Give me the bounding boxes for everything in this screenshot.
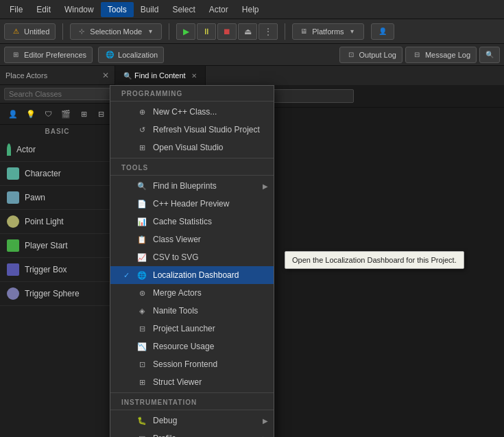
class-viewer-label: Class Viewer — [153, 235, 201, 244]
localization-btn[interactable]: 🌐 Localization — [98, 47, 164, 63]
project-launcher-label: Project Launcher — [153, 324, 215, 333]
eject-button[interactable]: ⏏ — [238, 23, 257, 40]
sidebar-item-player-start[interactable]: Player Start — [0, 234, 115, 258]
trigger-box-label: Trigger Box — [25, 265, 67, 274]
programming-section-header: PROGRAMMING — [110, 86, 274, 99]
sidebar-title: Place Actors — [5, 71, 47, 80]
editor-prefs-btn[interactable]: ⊞ Editor Preferences — [4, 47, 93, 63]
main-toolbar: ⚠ Untitled ⊹ Selection Mode ▾ ▶ ⏸ ⏹ ⏏ ⋮ … — [0, 19, 504, 44]
localization-dash-icon: 🌐 — [136, 270, 147, 281]
find-refs-tab[interactable]: 🔍 Find in Content ✕ — [115, 66, 206, 85]
new-cpp-label: New C++ Class... — [153, 107, 217, 117]
csv-to-svg-item[interactable]: 📈 CSV to SVG — [110, 248, 274, 266]
filter-icon-4[interactable]: 🎬 — [58, 106, 73, 121]
nanite-tools-label: Nanite Tools — [153, 306, 198, 316]
place-actors-panel: Place Actors ✕ 👤 💡 🛡 🎬 ⊞ ⊟ BASIC Actor C… — [0, 66, 115, 437]
sidebar-item-trigger-sphere[interactable]: Trigger Sphere — [0, 282, 115, 306]
pause-button[interactable]: ⏸ — [197, 23, 216, 40]
debug-item[interactable]: 🐛 Debug ▶ — [110, 412, 274, 429]
menu-help[interactable]: Help — [235, 2, 266, 17]
localization-icon: 🌐 — [104, 49, 115, 60]
sidebar-search-area — [0, 85, 115, 104]
filter-icon-5[interactable]: ⊞ — [76, 106, 91, 121]
new-cpp-item[interactable]: ⊕ New C++ Class... — [110, 103, 274, 121]
editor-prefs-label: Editor Preferences — [24, 51, 86, 59]
open-vs-item[interactable]: ⊞ Open Visual Studio — [110, 139, 274, 156]
filter-icon-6[interactable]: ⊟ — [94, 106, 109, 121]
project-name-btn[interactable]: ⚠ Untitled — [4, 23, 56, 40]
panel-tab-bar: 🔍 Find in Content ✕ — [115, 66, 504, 85]
resource-usage-item[interactable]: 📉 Resource Usage — [110, 338, 274, 355]
toolbar-divider-1 — [62, 23, 63, 40]
check-icon: ✓ — [121, 270, 131, 280]
sep-instr-top — [110, 392, 274, 393]
sidebar-header: Place Actors ✕ — [0, 66, 115, 85]
session-frontend-item[interactable]: ⊡ Session Frontend — [110, 355, 274, 373]
actor-icon — [7, 143, 11, 156]
search-classes-input[interactable] — [4, 88, 110, 100]
sidebar-filter-icons: 👤 💡 🛡 🎬 ⊞ ⊟ — [0, 104, 115, 125]
nanite-tools-item[interactable]: ◈ Nanite Tools — [110, 302, 274, 320]
debug-arrow-icon: ▶ — [263, 417, 268, 425]
platforms-btn[interactable]: 🖥 Platforms ▾ — [292, 23, 363, 40]
sidebar-item-trigger-box[interactable]: Trigger Box — [0, 258, 115, 282]
message-log-btn[interactable]: ⊟ Message Log — [405, 47, 477, 63]
stop-button[interactable]: ⏹ — [217, 23, 237, 40]
menu-file[interactable]: File — [3, 2, 29, 17]
debug-icon: 🐛 — [136, 415, 147, 426]
resource-usage-label: Resource Usage — [153, 342, 214, 351]
resource-usage-icon: 📉 — [136, 341, 147, 352]
filter-icon-2[interactable]: 💡 — [23, 106, 38, 121]
struct-viewer-icon: ⊞ — [136, 377, 147, 388]
cpp-header-icon: 📄 — [136, 198, 147, 209]
tooltip-localization: Open the Localization Dashboard for this… — [285, 251, 464, 269]
toolbar-divider-3 — [285, 23, 285, 40]
trigger-sphere-label: Trigger Sphere — [25, 289, 80, 298]
session-frontend-label: Session Frontend — [153, 359, 217, 369]
project-name-label: Untitled — [24, 27, 49, 36]
message-log-label: Message Log — [425, 51, 470, 59]
menu-tools[interactable]: Tools — [101, 2, 134, 17]
sidebar-item-actor[interactable]: Actor — [0, 138, 115, 162]
sidebar-item-character[interactable]: Character — [0, 162, 115, 186]
more-options-button[interactable]: ⋮ — [259, 23, 278, 40]
menu-edit[interactable]: Edit — [29, 2, 58, 17]
cache-stats-item[interactable]: 📊 Cache Statistics — [110, 213, 274, 231]
refresh-vs-icon: ↺ — [136, 124, 147, 135]
project-launcher-item[interactable]: ⊟ Project Launcher — [110, 320, 274, 338]
menu-window[interactable]: Window — [58, 2, 101, 17]
search-global-btn[interactable]: 🔍 — [479, 47, 500, 63]
sidebar-item-point-light[interactable]: Point Light — [0, 210, 115, 234]
user-btn[interactable]: 👤 — [371, 23, 394, 40]
menu-actor[interactable]: Actor — [202, 2, 235, 17]
menu-build[interactable]: Build — [134, 2, 166, 17]
sidebar-close-button[interactable]: ✕ — [102, 71, 109, 80]
struct-viewer-item[interactable]: ⊞ Struct Viewer — [110, 373, 274, 391]
find-refs-close-icon[interactable]: ✕ — [191, 72, 197, 80]
output-log-icon: ⊡ — [346, 49, 357, 60]
sidebar-item-pawn[interactable]: Pawn — [0, 186, 115, 210]
platforms-icon: 🖥 — [298, 26, 309, 37]
filter-icon-1[interactable]: 👤 — [5, 106, 21, 121]
cpp-header-item[interactable]: 📄 C++ Header Preview — [110, 195, 274, 213]
debug-label: Debug — [153, 416, 177, 425]
character-label: Character — [25, 169, 61, 178]
play-button[interactable]: ▶ — [176, 23, 195, 40]
refresh-vs-item[interactable]: ↺ Refresh Visual Studio Project — [110, 121, 274, 139]
cpp-header-label: C++ Header Preview — [153, 199, 229, 209]
find-blueprints-item[interactable]: 🔍 Find in Blueprints ▶ — [110, 177, 274, 195]
project-launcher-icon: ⊟ — [136, 323, 147, 334]
merge-actors-item[interactable]: ⊛ Merge Actors — [110, 284, 274, 302]
class-viewer-item[interactable]: 📋 Class Viewer — [110, 231, 274, 248]
sep-prog-top — [110, 101, 274, 102]
merge-actors-label: Merge Actors — [153, 288, 202, 298]
filter-icon-3[interactable]: 🛡 — [41, 106, 56, 121]
localization-dashboard-item[interactable]: ✓ 🌐 Localization Dashboard — [110, 266, 274, 284]
selection-mode-btn[interactable]: ⊹ Selection Mode ▾ — [70, 23, 162, 40]
profile-item[interactable]: ▤ Profile ▶ — [110, 429, 274, 437]
csv-svg-icon: 📈 — [136, 252, 147, 263]
profile-label: Profile — [153, 434, 176, 437]
new-cpp-icon: ⊕ — [136, 106, 147, 117]
menu-select[interactable]: Select — [165, 2, 202, 17]
output-log-btn[interactable]: ⊡ Output Log — [339, 47, 403, 63]
